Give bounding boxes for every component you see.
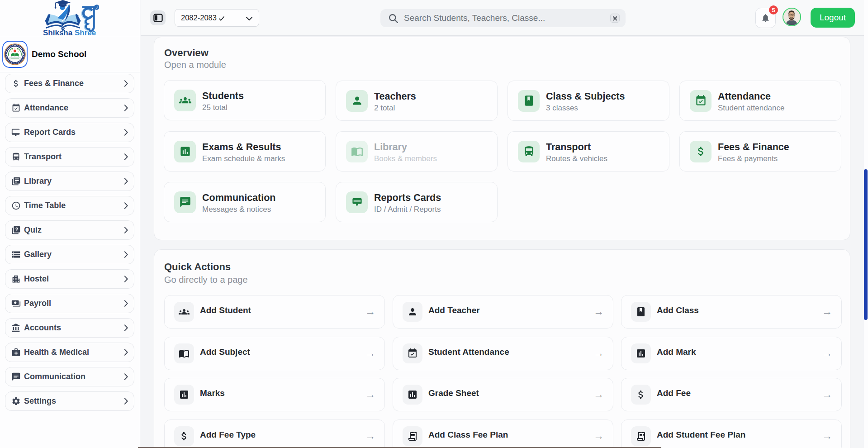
svg-text:Shiksha Shree: Shiksha Shree — [43, 29, 96, 36]
